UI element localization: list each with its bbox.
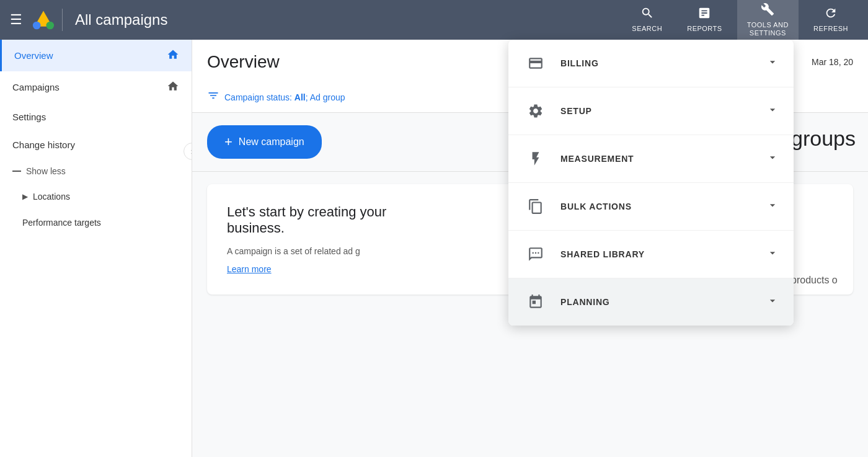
hamburger-icon[interactable]: ☰ bbox=[10, 12, 22, 28]
new-campaign-button[interactable]: + New campaign bbox=[207, 125, 322, 159]
measurement-icon bbox=[523, 146, 548, 171]
bulk-actions-label: BULK ACTIONS bbox=[560, 202, 766, 211]
campaigns-label: Campaigns bbox=[12, 82, 60, 92]
sidebar-item-locations[interactable]: ▶ Locations bbox=[0, 184, 192, 210]
settings-label: Settings bbox=[12, 112, 46, 122]
billing-label: BILLING bbox=[560, 58, 766, 68]
dropdown-bulk-actions[interactable]: BULK ACTIONS bbox=[508, 183, 794, 231]
tools-dropdown-menu: BILLING SETUP MEASUREMENT BULK ACTIONS bbox=[508, 40, 794, 326]
sidebar: › Overview Campaigns Settings Change his… bbox=[0, 40, 192, 457]
date-range: Mar 18, 20 bbox=[812, 52, 853, 67]
toggle-dash-icon bbox=[12, 171, 21, 172]
tools-settings-nav-button[interactable]: TOOLS ANDSETTINGS bbox=[737, 0, 799, 42]
new-campaign-label: New campaign bbox=[239, 136, 304, 148]
refresh-nav-button[interactable]: REFRESH bbox=[804, 1, 858, 38]
filter-text: Campaign status: All; Ad group bbox=[224, 92, 345, 102]
billing-chevron-icon bbox=[766, 56, 779, 71]
reports-nav-label: REPORTS bbox=[687, 25, 722, 33]
nav-actions: SEARCH REPORTS TOOLS ANDSETTINGS REFRESH bbox=[622, 0, 858, 42]
measurement-label: MEASUREMENT bbox=[560, 154, 766, 164]
search-nav-label: SEARCH bbox=[632, 25, 662, 33]
top-nav: ☰ All campaigns SEARCH REPORTS TOOLS AND… bbox=[0, 0, 868, 40]
locations-label: Locations bbox=[33, 192, 70, 202]
overview-title: Overview bbox=[207, 52, 280, 72]
sidebar-item-change-history[interactable]: Change history bbox=[0, 131, 192, 159]
home-icon bbox=[167, 48, 179, 63]
billing-icon bbox=[523, 51, 548, 76]
products-text: products o bbox=[791, 275, 856, 286]
campaigns-home-icon bbox=[167, 80, 179, 94]
planning-label: PLANNING bbox=[560, 297, 766, 307]
plus-icon: + bbox=[224, 134, 232, 150]
refresh-nav-label: REFRESH bbox=[813, 25, 848, 33]
sidebar-item-overview[interactable]: Overview bbox=[0, 40, 192, 71]
svg-point-1 bbox=[33, 22, 41, 30]
setup-chevron-icon bbox=[766, 104, 779, 119]
tools-nav-label: TOOLS ANDSETTINGS bbox=[747, 21, 789, 37]
google-ads-logo bbox=[32, 9, 55, 31]
planning-icon bbox=[523, 290, 548, 314]
shared-library-chevron-icon bbox=[766, 247, 779, 262]
nav-divider bbox=[62, 9, 63, 31]
bulk-actions-chevron-icon bbox=[766, 199, 779, 215]
measurement-chevron-icon bbox=[766, 151, 779, 167]
tools-icon bbox=[761, 2, 774, 20]
setup-icon bbox=[523, 99, 548, 123]
reports-nav-button[interactable]: REPORTS bbox=[677, 1, 732, 38]
show-less-toggle[interactable]: Show less bbox=[0, 159, 192, 184]
overview-label: Overview bbox=[14, 50, 53, 61]
groups-text: groups bbox=[791, 126, 856, 151]
search-nav-button[interactable]: SEARCH bbox=[622, 1, 672, 38]
sidebar-item-campaigns[interactable]: Campaigns bbox=[0, 71, 192, 103]
learn-more-link[interactable]: Learn more bbox=[227, 264, 272, 274]
shared-library-label: SHARED LIBRARY bbox=[560, 249, 766, 259]
dropdown-measurement[interactable]: MEASUREMENT bbox=[508, 135, 794, 183]
dropdown-setup[interactable]: SETUP bbox=[508, 87, 794, 135]
bulk-actions-icon bbox=[523, 194, 548, 219]
change-history-label: Change history bbox=[12, 140, 75, 150]
dropdown-planning[interactable]: PLANNING bbox=[508, 278, 794, 326]
dropdown-shared-library[interactable]: SHARED LIBRARY bbox=[508, 231, 794, 278]
show-less-label: Show less bbox=[26, 166, 66, 176]
filter-icon bbox=[207, 89, 219, 105]
reports-icon bbox=[698, 6, 711, 24]
svg-point-2 bbox=[46, 22, 55, 30]
shared-library-icon bbox=[523, 242, 548, 267]
page-title: All campaigns bbox=[75, 11, 622, 29]
refresh-icon bbox=[824, 6, 838, 24]
setup-label: SETUP bbox=[560, 106, 766, 116]
sidebar-item-performance-targets[interactable]: Performance targets bbox=[0, 210, 192, 236]
locations-arrow-icon: ▶ bbox=[22, 192, 28, 201]
search-icon bbox=[640, 6, 654, 24]
dropdown-billing[interactable]: BILLING bbox=[508, 40, 794, 87]
performance-targets-label: Performance targets bbox=[22, 218, 101, 228]
planning-chevron-icon bbox=[766, 295, 779, 310]
sidebar-item-settings[interactable]: Settings bbox=[0, 103, 192, 131]
